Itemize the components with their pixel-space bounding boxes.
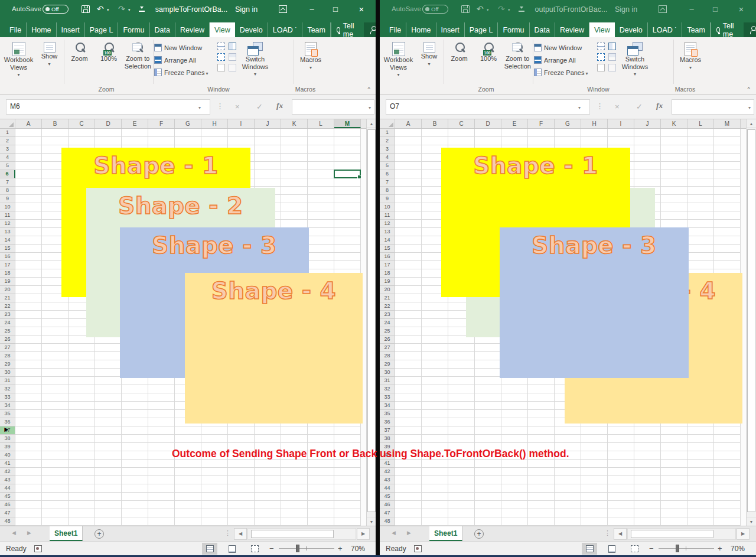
view-side-by-side-icon[interactable] [608, 43, 616, 50]
row-cell-45[interactable]: 45 [0, 493, 15, 501]
row-cell-20[interactable]: 20 [0, 286, 15, 294]
sheet-nav-left-icon[interactable]: ◀ [392, 530, 396, 536]
zoom-out-button[interactable]: − [649, 544, 654, 553]
row-cell-45[interactable]: 45 [380, 493, 395, 501]
hide-icon[interactable] [597, 53, 605, 61]
row-cell-41[interactable]: 41 [380, 460, 395, 468]
scroll-down-icon[interactable]: ▼ [367, 517, 376, 526]
zoom-to-selection-button[interactable]: Zoom to Selection [503, 39, 532, 84]
ribbon-display-options-icon[interactable] [279, 5, 287, 13]
row-cell-38[interactable]: 38 [380, 435, 395, 443]
col-cell-C[interactable]: C [448, 119, 475, 128]
row-cell-24[interactable]: 24 [380, 319, 395, 327]
row-cell-40[interactable]: 40 [0, 451, 15, 460]
zoom-slider[interactable] [659, 548, 714, 549]
row-cell-2[interactable]: 2 [380, 137, 395, 145]
view-normal-button[interactable] [582, 543, 597, 555]
col-cell-E[interactable]: E [122, 119, 148, 128]
vertical-scroll-thumb[interactable] [747, 129, 755, 512]
row-cell-25[interactable]: 25 [0, 327, 15, 335]
col-cell-G[interactable]: G [555, 119, 581, 128]
col-cell-A[interactable]: A [395, 119, 422, 128]
view-side-by-side-icon[interactable] [229, 43, 236, 50]
row-cell-16[interactable]: 16 [380, 253, 395, 261]
name-box-dropdown-icon[interactable]: ▾ [198, 105, 201, 110]
vertical-scrollbar[interactable]: ▲ ▼ [366, 119, 376, 526]
row-cell-4[interactable]: 4 [380, 154, 395, 162]
tab-review[interactable]: Review [555, 22, 589, 37]
workbook-views-button[interactable]: Workbook Views [382, 39, 415, 79]
row-cell-25[interactable]: 25 [380, 327, 395, 335]
row-cell-28[interactable]: 28 [0, 352, 15, 360]
row-cell-14[interactable]: 14 [380, 236, 395, 245]
autosave-toggle[interactable]: Off [43, 5, 69, 14]
tab-review[interactable]: Review [175, 22, 210, 37]
sheet-nav-right-icon[interactable]: ▶ [27, 530, 31, 536]
drawing-shape-3[interactable]: Shape - 3 [500, 227, 689, 378]
tab-load-test[interactable]: LOAD ˙ [648, 22, 683, 37]
tab-load-test[interactable]: LOAD ˙ [268, 22, 303, 37]
sheet-nav-left-icon[interactable]: ◀ [12, 530, 16, 536]
row-cell-30[interactable]: 30 [0, 369, 15, 377]
col-cell-K[interactable]: K [661, 119, 687, 128]
row-cell-32[interactable]: 32 [380, 385, 395, 393]
tab-file[interactable]: File [384, 22, 406, 37]
col-cell-D[interactable]: D [95, 119, 122, 128]
row-cell-10[interactable]: 10 [380, 203, 395, 211]
row-cell-9[interactable]: 9 [380, 195, 395, 203]
autosave-toggle[interactable]: Off [422, 5, 448, 14]
row-cell-29[interactable]: 29 [380, 360, 395, 369]
sheet-tab-sheet1[interactable]: Sheet1 [429, 526, 462, 541]
share-button[interactable]: Share [364, 22, 376, 37]
zoom-slider-thumb[interactable] [676, 545, 679, 552]
row-cell-8[interactable]: 8 [380, 187, 395, 195]
drawing-shape-4[interactable]: Shape - 4 [185, 273, 363, 424]
save-icon[interactable] [82, 5, 90, 13]
view-page-layout-button[interactable] [224, 543, 240, 555]
row-cell-23[interactable]: 23 [380, 311, 395, 319]
share-button[interactable]: Share [744, 22, 756, 37]
row-cell-26[interactable]: 26 [380, 335, 395, 344]
row-cell-6[interactable]: 6 [380, 170, 395, 178]
zoom-out-button[interactable]: − [269, 544, 274, 553]
col-cell-K[interactable]: K [281, 119, 308, 128]
row-cell-17[interactable]: 17 [0, 261, 15, 269]
tab-view[interactable]: View [210, 22, 235, 37]
horizontal-scrollbar[interactable] [247, 528, 356, 540]
formula-bar-handle-icon[interactable]: ⋮ [216, 102, 224, 110]
collapse-ribbon-icon[interactable]: ⌃ [367, 86, 372, 93]
maximize-button[interactable]: □ [325, 0, 346, 19]
hscroll-left-icon[interactable]: ◀ [614, 528, 627, 540]
row-cell-31[interactable]: 31 [380, 377, 395, 385]
horizontal-scrollbar[interactable] [627, 528, 736, 540]
row-cell-5[interactable]: 5 [380, 162, 395, 170]
zoom-to-selection-button[interactable]: Zoom to Selection [123, 39, 152, 84]
expand-formula-bar-icon[interactable]: ▾ [748, 105, 751, 110]
undo-dropdown-icon[interactable]: ▾ [107, 8, 109, 12]
redo-dropdown-icon[interactable]: ▾ [128, 8, 131, 12]
arrange-all-button[interactable]: Arrange All [154, 54, 216, 66]
col-cell-D[interactable]: D [475, 119, 501, 128]
macros-button[interactable]: Macros [295, 39, 327, 71]
vertical-scrollbar[interactable]: ▲ ▼ [746, 119, 756, 526]
formula-input[interactable] [672, 99, 754, 115]
row-cell-14[interactable]: 14 [0, 236, 15, 245]
view-page-layout-button[interactable] [604, 543, 620, 555]
tab-data[interactable]: Data [530, 22, 555, 37]
col-cell-E[interactable]: E [501, 119, 528, 128]
row-cell-18[interactable]: 18 [380, 269, 395, 278]
hscroll-right-icon[interactable]: ▶ [357, 528, 370, 540]
row-cell-46[interactable]: 46 [380, 501, 395, 509]
freeze-panes-button[interactable]: Freeze Panes [534, 66, 595, 79]
col-cell-J[interactable]: J [634, 119, 661, 128]
minimize-button[interactable]: – [681, 0, 702, 19]
col-cell-C[interactable]: C [69, 119, 95, 128]
row-cell-43[interactable]: 43 [380, 476, 395, 484]
row-cell-27[interactable]: 27 [380, 344, 395, 352]
hscroll-right-icon[interactable]: ▶ [737, 528, 750, 540]
record-macro-icon[interactable] [414, 545, 422, 552]
minimize-button[interactable]: – [301, 0, 322, 19]
tab-insert[interactable]: Insert [436, 22, 465, 37]
col-cell-L[interactable]: L [308, 119, 334, 128]
hide-icon[interactable] [217, 53, 225, 61]
